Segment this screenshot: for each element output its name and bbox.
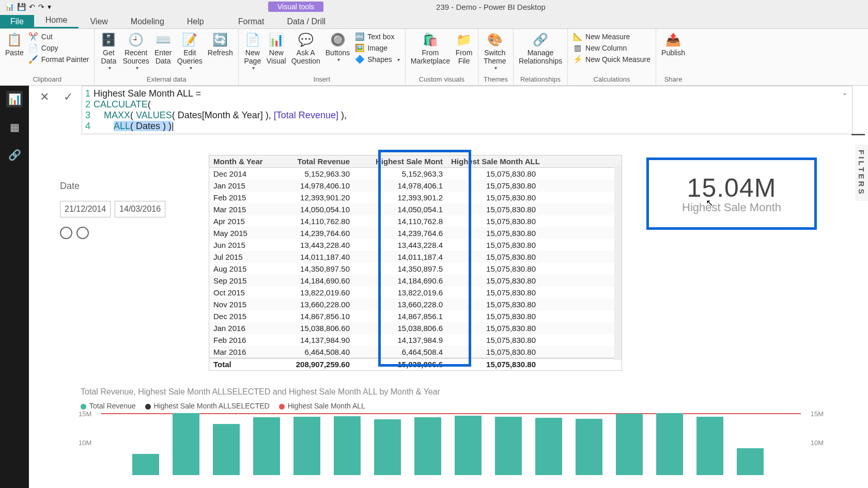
table-row[interactable]: Jan 201514,978,406.1014,978,406.115,075,… bbox=[209, 180, 622, 192]
chart-bar[interactable] bbox=[535, 418, 562, 475]
ask-question-button[interactable]: 💬Ask A Question bbox=[291, 31, 320, 65]
slicer-from-input[interactable]: 21/12/2014 bbox=[60, 201, 111, 217]
chart-bar[interactable] bbox=[132, 454, 159, 475]
y-tick-10m-left: 10M bbox=[79, 439, 91, 447]
enter-data-button[interactable]: ⌨️Enter Data bbox=[154, 31, 172, 65]
new-visual-button[interactable]: 📊New Visual bbox=[267, 31, 286, 65]
chart-visual[interactable]: Total Revenue, Highest Sale Month ALLSEL… bbox=[81, 387, 822, 488]
buttons-button[interactable]: 🔘Buttons bbox=[326, 31, 350, 63]
table-cell: 15,038,806.6 bbox=[354, 322, 447, 334]
table-row[interactable]: Jan 201615,038,806.6015,038,806.615,075,… bbox=[209, 322, 622, 334]
chart-bar[interactable] bbox=[616, 414, 643, 475]
formula-editor[interactable]: 1Highest Sale Month ALL = 2CALCULATE( 3 … bbox=[82, 86, 853, 134]
table-col-header-0[interactable]: Month & Year bbox=[209, 155, 266, 167]
formula-expand-icon[interactable]: ⌄ bbox=[842, 88, 848, 97]
table-row[interactable]: Mar 201514,050,054.1014,050,054.115,075,… bbox=[209, 203, 622, 215]
chart-bar[interactable] bbox=[737, 448, 764, 475]
filters-pane-tab[interactable]: FILTERS bbox=[855, 145, 868, 201]
rail-data-view[interactable]: ▦ bbox=[6, 119, 23, 135]
new-column-button[interactable]: ▥New Column bbox=[573, 42, 650, 54]
paste-button[interactable]: 📋Paste bbox=[5, 31, 24, 57]
new-measure-button[interactable]: 📐New Measure bbox=[573, 31, 650, 42]
date-slicer[interactable]: Date 21/12/2014 14/03/2016 bbox=[60, 181, 158, 239]
contextual-tab-visual-tools[interactable]: Visual tools bbox=[268, 2, 323, 12]
recent-sources-button[interactable]: 🕘Recent Sources bbox=[122, 31, 149, 71]
table-row[interactable]: Feb 201614,137,984.9014,137,984.915,075,… bbox=[209, 334, 622, 346]
table-row[interactable]: Jul 201514,011,187.4014,011,187.415,075,… bbox=[209, 251, 622, 263]
table-col-header-1[interactable]: Total Revenue bbox=[266, 155, 354, 167]
chart-bar[interactable] bbox=[374, 419, 401, 475]
publish-button[interactable]: 📤Publish bbox=[661, 31, 685, 57]
table-row[interactable]: Aug 201514,350,897.5014,350,897.515,075,… bbox=[209, 263, 622, 275]
table-row[interactable]: Oct 201513,822,019.6013,822,019.615,075,… bbox=[209, 287, 622, 298]
copy-button[interactable]: 📄Copy bbox=[29, 42, 89, 54]
chart-bar[interactable] bbox=[334, 416, 361, 475]
table-row[interactable]: Mar 20166,464,508.406,464,508.415,075,83… bbox=[209, 346, 622, 358]
chart-bar[interactable] bbox=[455, 416, 482, 475]
manage-relationships-button[interactable]: 🔗Manage Relationships bbox=[519, 31, 562, 65]
chart-bar[interactable] bbox=[293, 417, 320, 475]
get-data-button[interactable]: 🗄️Get Data bbox=[100, 31, 117, 71]
report-canvas[interactable]: Date 21/12/2014 14/03/2016 Month & YearT… bbox=[29, 139, 853, 488]
formula-commit-icon[interactable]: ✓ bbox=[60, 89, 76, 105]
chart-bar[interactable] bbox=[253, 417, 280, 475]
edit-queries-button[interactable]: 📝Edit Queries bbox=[177, 31, 203, 71]
qat-redo-icon[interactable]: ↷ bbox=[38, 3, 44, 11]
rail-model-view[interactable]: 🔗 bbox=[6, 147, 23, 163]
chart-bar[interactable] bbox=[414, 417, 441, 475]
formula-bar[interactable]: ✕ ✓ 1Highest Sale Month ALL = 2CALCULATE… bbox=[29, 86, 853, 134]
table-row[interactable]: Dec 201514,867,856.1014,867,856.115,075,… bbox=[209, 310, 622, 322]
slicer-to-input[interactable]: 14/03/2016 bbox=[115, 201, 165, 217]
table-cell: 15,075,830.80 bbox=[447, 203, 540, 215]
collapse-pane-icon[interactable]: — bbox=[851, 126, 865, 142]
tab-help[interactable]: Help bbox=[176, 15, 215, 28]
new-page-button[interactable]: 📄New Page bbox=[244, 31, 261, 71]
table-row[interactable]: Dec 20145,152,963.305,152,963.315,075,83… bbox=[209, 168, 622, 180]
qat-custom-icon[interactable]: ▾ bbox=[48, 3, 51, 11]
tab-file[interactable]: File bbox=[0, 15, 34, 28]
textbox-button[interactable]: 🔤Text box bbox=[355, 31, 399, 42]
from-file-button[interactable]: 📁From File bbox=[455, 31, 473, 65]
rail-report-view[interactable]: 📊 bbox=[6, 91, 23, 107]
tab-view[interactable]: View bbox=[79, 15, 119, 28]
table-row[interactable]: Sep 201514,184,690.6014,184,690.615,075,… bbox=[209, 275, 622, 287]
table-cell: 13,822,019.6 bbox=[354, 287, 447, 298]
table-cell: 15,075,830.80 bbox=[447, 251, 540, 263]
tab-modeling[interactable]: Modeling bbox=[119, 15, 176, 28]
from-marketplace-button[interactable]: 🛍️From Marketplace bbox=[411, 31, 450, 65]
chart-bar[interactable] bbox=[576, 419, 602, 475]
qat-undo-icon[interactable]: ↶ bbox=[29, 3, 35, 11]
slicer-handle-right[interactable] bbox=[76, 227, 89, 239]
cut-button[interactable]: ✂️Cut bbox=[29, 31, 89, 42]
table-visual[interactable]: Month & YearTotal RevenueHighest Sale Mo… bbox=[209, 155, 622, 371]
table-row[interactable]: May 201514,239,764.6014,239,764.615,075,… bbox=[209, 227, 622, 239]
tab-home[interactable]: Home bbox=[34, 13, 79, 28]
tab-format[interactable]: Format bbox=[227, 15, 276, 28]
image-button[interactable]: 🖼️Image bbox=[355, 42, 399, 54]
table-row[interactable]: Jun 201513,443,228.4013,443,228.415,075,… bbox=[209, 239, 622, 251]
new-quick-measure-button[interactable]: ⚡New Quick Measure bbox=[573, 54, 650, 65]
qat-save-icon[interactable]: 💾 bbox=[17, 3, 26, 11]
chart-bar[interactable] bbox=[696, 417, 723, 475]
table-row[interactable]: Feb 201512,393,901.2012,393,901.215,075,… bbox=[209, 192, 622, 203]
table-row[interactable]: Apr 201514,110,762.8014,110,762.815,075,… bbox=[209, 215, 622, 227]
switch-theme-button[interactable]: 🎨Switch Theme bbox=[484, 31, 506, 71]
tab-data-drill[interactable]: Data / Drill bbox=[275, 15, 337, 28]
shapes-icon: 🔷 bbox=[355, 55, 364, 64]
group-label-themes: Themes bbox=[484, 74, 508, 85]
refresh-button[interactable]: 🔄Refresh bbox=[208, 31, 233, 57]
shapes-button[interactable]: 🔷Shapes bbox=[355, 54, 399, 65]
chart-bar[interactable] bbox=[173, 413, 199, 475]
format-painter-button[interactable]: 🖌️Format Painter bbox=[29, 54, 89, 65]
table-row[interactable]: Nov 201513,660,228.0013,660,228.015,075,… bbox=[209, 298, 622, 310]
table-cell: 14,050,054.1 bbox=[354, 203, 447, 215]
chart-bar[interactable] bbox=[656, 413, 683, 475]
chart-bar[interactable] bbox=[213, 424, 240, 475]
card-visual[interactable]: 15.04M Highest Sale Month bbox=[649, 160, 814, 227]
slicer-handle-left[interactable] bbox=[60, 227, 72, 239]
chart-bar[interactable] bbox=[495, 417, 522, 475]
table-col-header-2[interactable]: Highest Sale Mont bbox=[354, 155, 447, 167]
formula-cancel-icon[interactable]: ✕ bbox=[36, 89, 53, 105]
table-col-header-3[interactable]: Highest Sale Month ALL bbox=[447, 155, 540, 167]
table-scrollbar[interactable] bbox=[614, 166, 622, 360]
